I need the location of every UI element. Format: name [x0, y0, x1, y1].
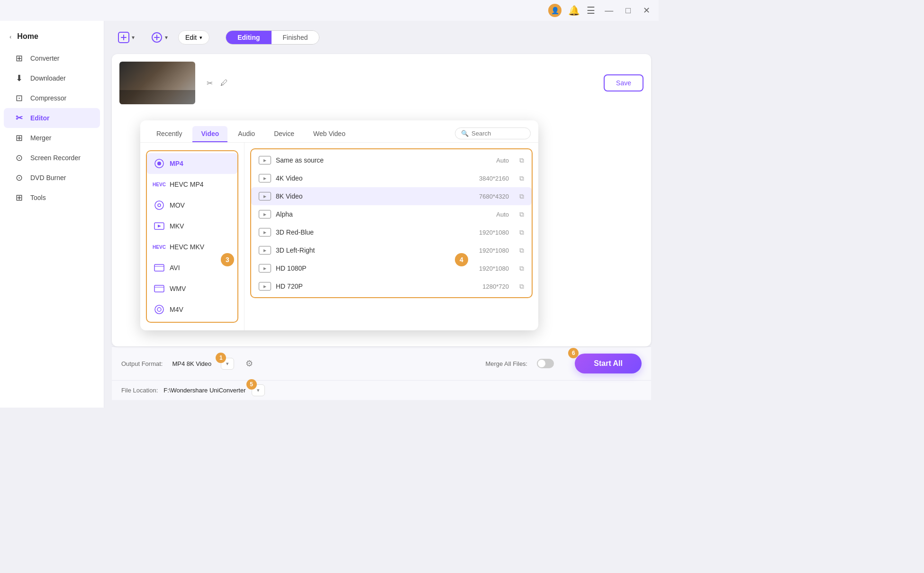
sidebar-item-merger[interactable]: ⊞ Merger	[4, 128, 100, 148]
format-item-hevc-mp4[interactable]: HEVC HEVC MP4	[147, 174, 237, 195]
output-format-dropdown[interactable]: 1 ▾	[221, 358, 234, 370]
quality-item-hd-1080p[interactable]: HD 1080P 1920*1080 ⧉	[251, 259, 532, 277]
quality-item-3d-red-blue[interactable]: 3D Red-Blue 1920*1080 ⧉	[251, 223, 532, 241]
format-item-mp4[interactable]: MP4	[147, 153, 237, 174]
quality-edit-icon[interactable]: ⧉	[519, 174, 524, 182]
sidebar-item-editor[interactable]: ✂ Editor	[4, 108, 100, 128]
search-input[interactable]	[471, 130, 519, 137]
quality-edit-icon[interactable]: ⧉	[519, 156, 524, 164]
format-tab-audio[interactable]: Audio	[229, 126, 263, 142]
quality-item-alpha[interactable]: Alpha Auto ⧉	[251, 205, 532, 223]
edit-dropdown[interactable]: Edit ▾	[178, 30, 209, 45]
format-tab-device[interactable]: Device	[265, 126, 303, 142]
quality-video-icon	[259, 192, 271, 200]
quality-item-name: Same as source	[276, 156, 491, 164]
edit-dropdown-chevron-icon: ▾	[199, 35, 202, 41]
badge-1: 1	[216, 353, 226, 363]
file-location-bar: File Location: F:\Wondershare UniConvert…	[112, 380, 651, 400]
hevc-mp4-icon: HEVC	[154, 179, 165, 190]
sidebar-item-downloader[interactable]: ⬇ Downloader	[4, 68, 100, 88]
tab-finished[interactable]: Finished	[272, 31, 319, 44]
format-item-label: HEVC MKV	[170, 243, 204, 251]
tab-editing[interactable]: Editing	[226, 31, 271, 44]
merge-toggle[interactable]	[537, 359, 554, 368]
mkv-icon	[154, 220, 165, 232]
sidebar-item-label: Screen Recorder	[30, 154, 81, 162]
downloader-icon: ⬇	[13, 73, 25, 83]
bell-icon[interactable]: 🔔	[568, 5, 580, 16]
file-row: ✂ 🖊 Save	[119, 62, 643, 104]
quality-item-4k[interactable]: 4K Video 3840*2160 ⧉	[251, 169, 532, 187]
format-tab-webvideo[interactable]: Web Video	[305, 126, 354, 142]
svg-point-4	[155, 201, 163, 209]
format-item-mov[interactable]: MOV	[147, 195, 237, 216]
sidebar-item-screen-recorder[interactable]: ⊙ Screen Recorder	[4, 148, 100, 168]
sidebar-home[interactable]: ‹ Home	[0, 28, 104, 48]
format-tabs: Recently Video Audio Device Web Video 🔍	[140, 120, 538, 143]
compressor-icon: ⊡	[13, 93, 25, 103]
format-tab-recently[interactable]: Recently	[148, 126, 190, 142]
format-item-wmv[interactable]: WMV	[147, 278, 237, 299]
screen-recorder-icon: ⊙	[13, 153, 25, 163]
wmv-icon	[154, 283, 165, 294]
svg-point-3	[157, 162, 161, 165]
quality-item-name: 3D Red-Blue	[276, 228, 474, 236]
home-label: Home	[17, 32, 38, 41]
main-content: ▾ ▾ Edit ▾ Editing Finished	[104, 21, 659, 408]
quality-item-same-as-source[interactable]: Same as source Auto ⧉	[251, 151, 532, 169]
quality-item-8k[interactable]: 8K Video 7680*4320 ⧉	[251, 187, 532, 205]
quality-video-icon	[259, 210, 271, 218]
format-item-mkv[interactable]: MKV	[147, 216, 237, 236]
dvd-burner-icon: ⊙	[13, 173, 25, 183]
quality-edit-icon[interactable]: ⧉	[519, 264, 524, 273]
sidebar-item-dvd-burner[interactable]: ⊙ DVD Burner	[4, 168, 100, 188]
mp4-icon	[154, 158, 165, 169]
quality-edit-icon[interactable]: ⧉	[519, 246, 524, 255]
format-item-label: MKV	[170, 222, 184, 230]
close-button[interactable]: ✕	[640, 4, 653, 17]
settings-icon[interactable]: ⚙	[245, 358, 253, 369]
quality-item-res: 1920*1080	[479, 247, 509, 254]
format-search[interactable]: 🔍	[455, 127, 531, 139]
quality-edit-icon[interactable]: ⧉	[519, 192, 524, 200]
edit-icon[interactable]: 🖊	[218, 77, 230, 89]
sidebar-item-compressor[interactable]: ⊡ Compressor	[4, 88, 100, 108]
quality-item-3d-left-right[interactable]: 3D Left-Right 1920*1080 ⧉	[251, 241, 532, 259]
add-file-button[interactable]: ▾	[112, 28, 140, 46]
title-bar: 👤 🔔 ☰ — □ ✕	[0, 0, 659, 21]
output-format-chevron-icon: ▾	[226, 361, 229, 367]
merger-icon: ⊞	[13, 133, 25, 143]
file-location-dropdown[interactable]: 5 ▾	[252, 384, 265, 396]
cut-icon[interactable]: ✂	[205, 77, 215, 90]
menu-icon[interactable]: ☰	[587, 5, 595, 16]
quality-video-icon	[259, 228, 271, 236]
minimize-button[interactable]: —	[602, 5, 616, 17]
format-item-label: MOV	[170, 201, 185, 209]
maximize-button[interactable]: □	[623, 5, 634, 17]
sidebar-item-tools[interactable]: ⊞ Tools	[4, 188, 100, 208]
user-avatar-icon[interactable]: 👤	[548, 4, 562, 17]
quality-item-hd-720p[interactable]: HD 720P 1280*720 ⧉	[251, 277, 532, 295]
quality-item-name: 3D Left-Right	[276, 246, 474, 254]
start-all-button[interactable]: Start All	[575, 354, 642, 373]
quality-item-name: HD 1080P	[276, 264, 474, 272]
sidebar-item-label: Merger	[30, 134, 51, 142]
format-tab-video[interactable]: Video	[192, 126, 227, 142]
quality-video-icon	[259, 282, 271, 291]
format-list-border: MP4 HEVC HEVC MP4 MOV	[146, 150, 238, 323]
badge-3: 3	[221, 253, 234, 266]
add-url-button[interactable]: ▾	[145, 28, 173, 46]
content-area: ✂ 🖊 Save 2 3 4 Recently Video Aud	[112, 54, 651, 346]
quality-video-icon	[259, 156, 271, 164]
format-item-label: WMV	[170, 285, 186, 292]
sidebar-item-converter[interactable]: ⊞ Converter	[4, 48, 100, 68]
save-button[interactable]: Save	[604, 74, 643, 91]
add-file-chevron-icon: ▾	[132, 34, 135, 41]
quality-edit-icon[interactable]: ⧉	[519, 228, 524, 236]
format-item-m4v[interactable]: M4V	[147, 299, 237, 320]
avi-icon	[154, 262, 165, 273]
format-item-label: MP4	[170, 160, 183, 167]
quality-edit-icon[interactable]: ⧉	[519, 282, 524, 291]
quality-edit-icon[interactable]: ⧉	[519, 210, 524, 218]
quality-item-name: 4K Video	[276, 174, 474, 182]
